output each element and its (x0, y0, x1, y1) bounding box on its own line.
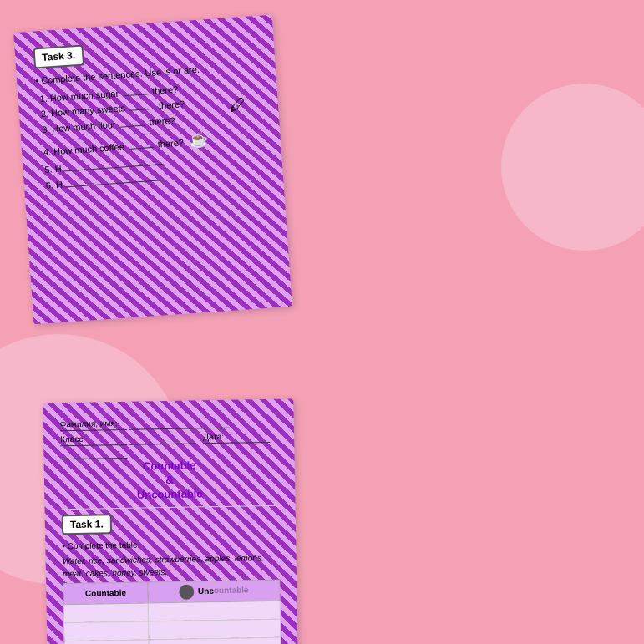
fio-line: Фамилия, имя: (60, 414, 277, 432)
task1-instruction: • Complete the table. (62, 535, 279, 552)
card-mid-content: Фамилия, имя: Класс: Дата: Countable & U… (60, 414, 281, 644)
col-countable: Countable (63, 582, 149, 605)
table-cell (64, 640, 150, 644)
task3-label: Task 3. (33, 44, 84, 68)
table-cell (149, 619, 281, 640)
task1-label: Task 1. (62, 514, 112, 535)
page-background: { "background": { "color": "#f4a0b5" }, … (0, 0, 644, 644)
class-date-line: Класс: Дата: (60, 429, 278, 460)
card-task3: Task 3. • Complete the sentences. Use is… (13, 15, 292, 325)
card-task3-content: Task 3. • Complete the sentences. Use is… (33, 33, 266, 194)
bg-blob-2 (501, 84, 644, 251)
worksheet-title: Countable & Uncountable (61, 458, 279, 504)
table-cell (63, 603, 149, 623)
col-uncountable: Uncountable (148, 580, 280, 603)
task1-word-list: Water, rice, sandwiches, strawberries, a… (63, 550, 280, 580)
countable-uncountable-table: Countable Uncountable (63, 579, 281, 644)
table-cell (63, 621, 149, 641)
card-mid: Фамилия, имя: Класс: Дата: Countable & U… (43, 398, 299, 644)
table-cell (148, 601, 280, 621)
